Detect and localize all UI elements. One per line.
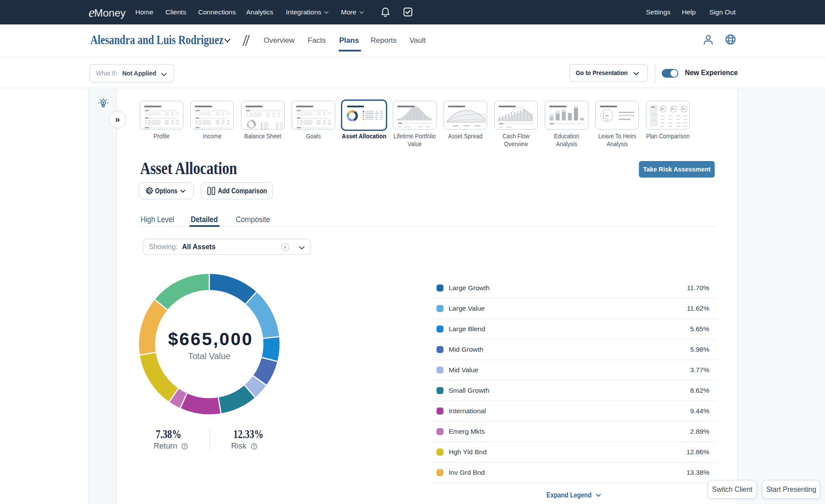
svg-text:?: ? [183,444,186,449]
svg-text:?: ? [253,444,255,449]
